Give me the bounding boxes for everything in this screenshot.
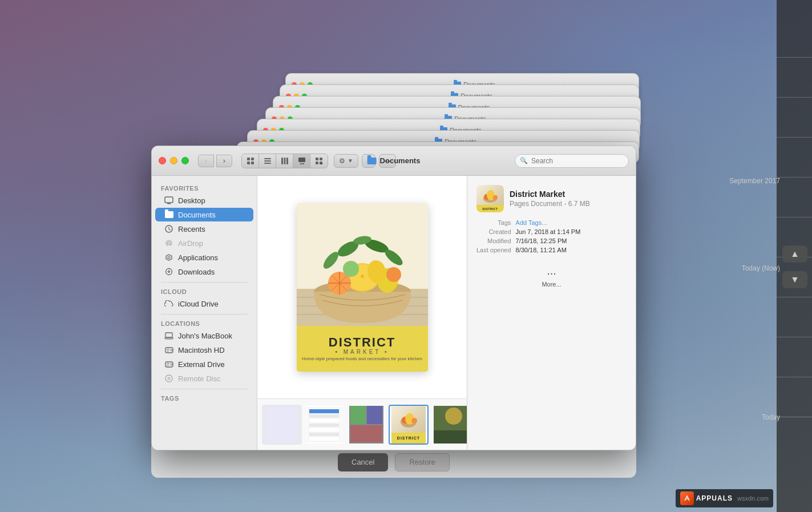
created-value: Jun 7, 2018 at 1:14 PM — [516, 228, 627, 235]
file-title-block: District Market Pages Document - 6.7 MB — [510, 190, 590, 208]
svg-rect-63 — [309, 424, 339, 427]
cancel-button[interactable]: Cancel — [338, 453, 388, 471]
svg-rect-76 — [434, 430, 467, 445]
sidebar-item-airdrop: AirDrop — [155, 236, 253, 250]
chevron-down-icon: ▼ — [790, 275, 799, 285]
desktop-label: Desktop — [178, 196, 205, 205]
gallery-view-button[interactable] — [293, 154, 310, 168]
external-drive-label: External Drive — [178, 360, 225, 369]
thumbnail-3[interactable] — [346, 405, 386, 445]
view-mode-buttons — [241, 154, 328, 168]
back-button[interactable]: ‹ — [198, 155, 214, 167]
gallery-main-view: DISTRICT • MARKET • Home-style prepared … — [257, 176, 467, 398]
watermark-url: wsxdn.com — [737, 495, 769, 502]
airdrop-label: AirDrop — [178, 239, 203, 248]
sidebar-item-remote-disc: Remote Disc — [155, 372, 253, 385]
poster-main-title: DISTRICT — [329, 336, 395, 349]
sidebar-item-desktop[interactable]: Desktop — [155, 193, 253, 207]
search-box: 🔍 — [515, 154, 629, 168]
svg-point-18 — [321, 163, 322, 164]
tags-section-label: Tags — [152, 393, 257, 403]
search-input[interactable] — [531, 157, 624, 165]
thumbnail-1[interactable] — [262, 405, 302, 445]
favorites-section-label: Favorites — [152, 183, 257, 193]
svg-point-77 — [445, 408, 462, 425]
sidebar-item-macintosh-hd[interactable]: Macintosh HD — [155, 343, 253, 357]
thumbnail-5[interactable] — [431, 405, 467, 445]
svg-rect-68 — [350, 406, 366, 424]
thumbnail-strip: DISTRICT — [257, 398, 467, 450]
modified-value: 7/16/18, 12:25 PM — [516, 237, 627, 244]
svg-point-46 — [361, 275, 364, 278]
timeline-up-button[interactable]: ▲ — [782, 245, 807, 263]
more-view-button[interactable] — [310, 154, 328, 168]
svg-rect-26 — [165, 348, 173, 353]
traffic-lights — [159, 157, 189, 164]
sidebar-divider-2 — [161, 314, 248, 315]
created-label: Created — [476, 228, 511, 235]
recents-icon — [164, 224, 173, 233]
remote-disc-label: Remote Disc — [178, 374, 220, 383]
downloads-icon — [164, 267, 173, 276]
icloud-section-label: iCloud — [152, 286, 257, 296]
svg-rect-70 — [350, 425, 382, 442]
svg-rect-69 — [367, 406, 382, 424]
minimize-button[interactable] — [170, 157, 177, 164]
finder-window: ‹ › — [151, 146, 636, 450]
documents-folder-icon — [164, 210, 173, 219]
sidebar-item-macbook[interactable]: John's MacBook — [155, 329, 253, 342]
folder-icon — [367, 158, 377, 164]
timeline-down-arrow[interactable]: ▼ — [782, 271, 807, 288]
documents-label: Documents — [178, 211, 216, 219]
timeline-tick — [777, 217, 812, 217]
locations-section-label: Locations — [152, 318, 257, 328]
fruit-illustration — [297, 203, 428, 326]
svg-rect-65 — [309, 433, 339, 436]
chevron-up-icon: ▲ — [790, 249, 799, 259]
sidebar-item-applications[interactable]: Applications — [155, 251, 253, 264]
timeline-tick — [777, 97, 812, 98]
last-opened-label: Last opened — [476, 247, 511, 253]
forward-button[interactable]: › — [216, 155, 232, 167]
restore-button[interactable]: Restore — [395, 453, 450, 471]
sidebar-item-documents[interactable]: Documents — [155, 208, 253, 221]
more-button-container: ··· More... — [476, 263, 627, 288]
timeline-tick — [777, 337, 812, 337]
column-view-button[interactable] — [276, 154, 293, 168]
settings-action-button[interactable]: ⚙ ▼ — [334, 154, 358, 168]
svg-point-32 — [168, 378, 169, 379]
timeline-tick — [777, 377, 812, 377]
svg-rect-3 — [251, 162, 254, 164]
svg-rect-25 — [165, 333, 172, 337]
timeline-down-button[interactable]: ▼ — [782, 271, 807, 288]
sidebar-item-icloud-drive[interactable]: iCloud Drive — [155, 297, 253, 311]
list-view-button[interactable] — [259, 154, 276, 168]
more-button[interactable]: ··· More... — [542, 267, 561, 288]
svg-rect-60 — [309, 409, 339, 413]
desktop-icon — [164, 196, 173, 205]
svg-rect-64 — [309, 428, 339, 432]
thumbnail-4-selected[interactable]: DISTRICT — [389, 405, 429, 445]
external-drive-icon — [164, 360, 173, 369]
timeline-tick — [777, 137, 812, 138]
svg-point-82 — [493, 195, 498, 200]
svg-rect-9 — [286, 158, 288, 164]
dialog-button-bar: Cancel Restore — [151, 446, 636, 478]
close-button[interactable] — [159, 157, 166, 164]
svg-rect-28 — [165, 362, 173, 367]
sidebar-item-recents[interactable]: Recents — [155, 222, 253, 236]
icon-view-button[interactable] — [242, 154, 259, 168]
svg-rect-20 — [167, 203, 171, 204]
applications-label: Applications — [178, 253, 218, 262]
sidebar-item-external-drive[interactable]: External Drive — [155, 357, 253, 371]
maximize-button[interactable] — [181, 157, 189, 164]
svg-point-23 — [168, 256, 170, 259]
timeline-up-arrow[interactable]: ▲ — [782, 245, 807, 263]
sidebar-item-downloads[interactable]: Downloads — [155, 265, 253, 279]
svg-rect-13 — [303, 163, 304, 164]
main-file-preview: DISTRICT • MARKET • Home-style prepared … — [297, 203, 428, 372]
svg-rect-7 — [281, 158, 283, 164]
thumbnail-2[interactable] — [304, 405, 344, 445]
add-tags-value[interactable]: Add Tags... — [516, 219, 627, 226]
gear-icon: ⚙ — [339, 157, 345, 165]
